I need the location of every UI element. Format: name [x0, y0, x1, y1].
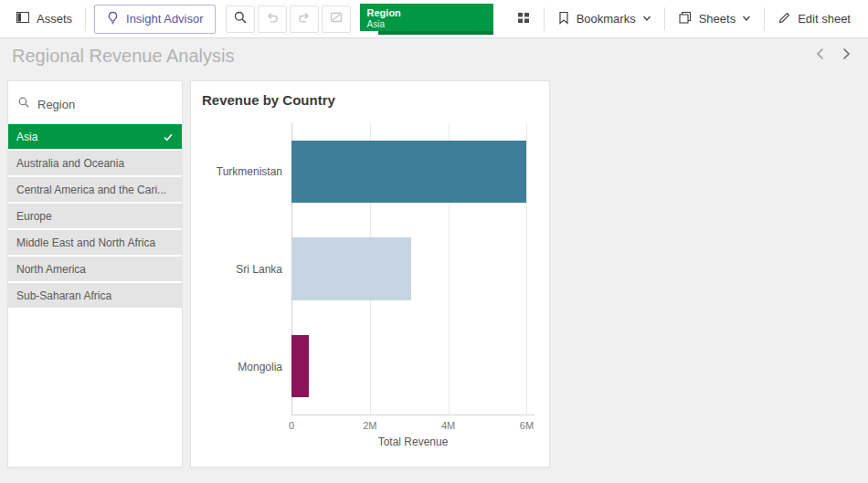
insight-advisor-button[interactable]: Insight Advisor — [94, 5, 216, 34]
search-icon — [17, 96, 30, 112]
chevron-right-icon — [840, 47, 852, 65]
sheets-icon — [678, 10, 693, 27]
step-forward-button[interactable] — [290, 5, 319, 33]
bookmark-icon — [557, 11, 570, 27]
filter-pane-title: Region — [37, 98, 75, 111]
filter-value-list: Asia Australia and Oceania Central Ameri… — [8, 124, 182, 467]
x-tick-label: 4M — [441, 420, 455, 431]
toolbar-divider — [85, 7, 86, 31]
next-sheet-button[interactable] — [833, 43, 859, 68]
pencil-icon — [778, 11, 791, 27]
toolbar: Assets Insight Advisor — [0, 0, 868, 38]
assets-label: Assets — [37, 12, 72, 26]
filter-pane-header[interactable]: Region — [8, 81, 182, 124]
clear-selections-button[interactable] — [322, 5, 351, 33]
selection-progress — [360, 31, 493, 35]
grid-view-button[interactable] — [508, 5, 539, 33]
selection-chip-region[interactable]: Region Asia — [360, 4, 493, 35]
filter-value-sub-saharan-africa[interactable]: Sub-Saharan Africa — [8, 283, 182, 308]
filter-value-label: Asia — [16, 131, 163, 143]
sheet-title: Regional Revenue Analysis — [12, 46, 808, 67]
edit-sheet-button[interactable]: Edit sheet — [769, 5, 859, 33]
selection-chip-value: Asia — [367, 19, 486, 30]
selection-chip-field: Region — [367, 7, 486, 19]
filter-value-north-america[interactable]: North America — [8, 257, 182, 281]
toolbar-right: Bookmarks Sheets Edit sheet — [508, 5, 859, 33]
search-icon — [233, 10, 248, 28]
chart-revenue-by-country[interactable]: Revenue by Country TurkmenistanSri Lanka… — [190, 80, 550, 467]
bookmarks-label: Bookmarks — [577, 12, 636, 26]
filter-value-australia-and-oceania[interactable]: Australia and Oceania — [8, 151, 182, 175]
prev-sheet-button[interactable] — [808, 43, 833, 68]
filter-value-label: Australia and Oceania — [16, 157, 174, 170]
filter-value-label: Central America and the Cari... — [16, 184, 174, 196]
filter-value-label: North America — [16, 263, 174, 276]
x-axis-ticks: 02M4M6M — [291, 415, 535, 436]
y-axis-label: Mongolia — [200, 318, 291, 415]
x-axis-title: Total Revenue — [291, 436, 535, 456]
edit-sheet-label: Edit sheet — [798, 12, 851, 26]
checkmark-icon — [163, 131, 174, 142]
filter-value-label: Europe — [16, 210, 174, 223]
filter-value-middle-east-and-north-africa[interactable]: Middle East and North Africa — [8, 230, 182, 255]
toolbar-divider — [664, 7, 665, 31]
step-back-button[interactable] — [258, 5, 287, 33]
sheets-label: Sheets — [699, 12, 736, 26]
bookmarks-button[interactable]: Bookmarks — [549, 5, 660, 33]
chart-title: Revenue by Country — [191, 81, 549, 108]
chevron-left-icon — [814, 47, 827, 65]
y-axis-label: Turkmenistan — [200, 123, 291, 221]
chart-plot — [291, 123, 535, 415]
chevron-down-icon — [742, 12, 751, 26]
y-axis-labels: TurkmenistanSri LankaMongolia — [200, 123, 291, 456]
bar-turkmenistan[interactable] — [291, 141, 526, 203]
x-tick-label: 2M — [363, 420, 376, 431]
assets-button[interactable]: Assets — [7, 5, 80, 33]
plot-column: 02M4M6M Total Revenue — [291, 123, 535, 456]
bar-row — [291, 123, 535, 220]
y-axis-label: Sri Lanka — [200, 221, 291, 319]
x-tick-label: 0 — [289, 420, 294, 431]
x-tick-label: 6M — [520, 420, 534, 431]
toolbar-divider — [764, 7, 765, 31]
bar-mongolia[interactable] — [291, 335, 309, 397]
filter-value-central-america[interactable]: Central America and the Cari... — [8, 177, 182, 202]
smart-search-button[interactable] — [226, 5, 255, 33]
lightbulb-icon — [106, 11, 120, 27]
clear-selections-icon — [329, 10, 344, 28]
chevron-down-icon — [642, 12, 651, 26]
redo-arrow-icon — [297, 10, 312, 28]
chart-body: TurkmenistanSri LankaMongolia 02M4M6M To… — [200, 123, 535, 456]
toolbar-divider — [544, 7, 545, 31]
filter-value-label: Middle East and North Africa — [16, 236, 174, 249]
bar-row — [291, 318, 535, 415]
sheets-button[interactable]: Sheets — [670, 5, 759, 33]
undo-arrow-icon — [265, 10, 280, 28]
toolbar-left: Assets Insight Advisor — [7, 4, 508, 35]
sheet-titlebar: Regional Revenue Analysis — [0, 38, 868, 73]
grid-icon — [516, 10, 531, 27]
filter-pane-region: Region Asia Australia and Oceania Centra… — [7, 80, 183, 467]
sheet-grid: Region Asia Australia and Oceania Centra… — [0, 73, 868, 483]
bars-container — [291, 123, 535, 415]
insight-advisor-label: Insight Advisor — [126, 12, 204, 26]
filter-value-europe[interactable]: Europe — [8, 204, 182, 228]
bar-sri-lanka[interactable] — [291, 237, 411, 299]
filter-value-asia[interactable]: Asia — [8, 124, 182, 149]
selection-progress-fill — [360, 31, 378, 35]
filter-value-label: Sub-Saharan Africa — [16, 289, 174, 302]
assets-panel-icon — [16, 10, 30, 27]
bar-row — [291, 220, 535, 317]
